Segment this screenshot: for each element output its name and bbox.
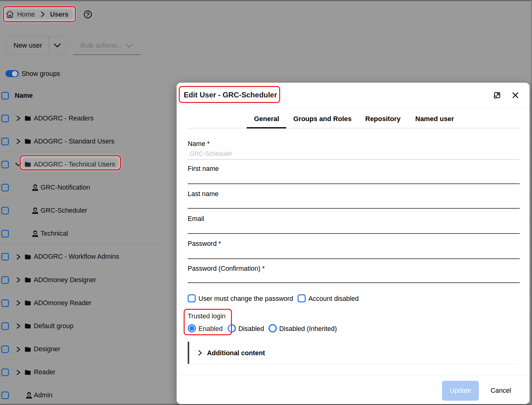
svg-text:?: ? bbox=[86, 11, 89, 18]
